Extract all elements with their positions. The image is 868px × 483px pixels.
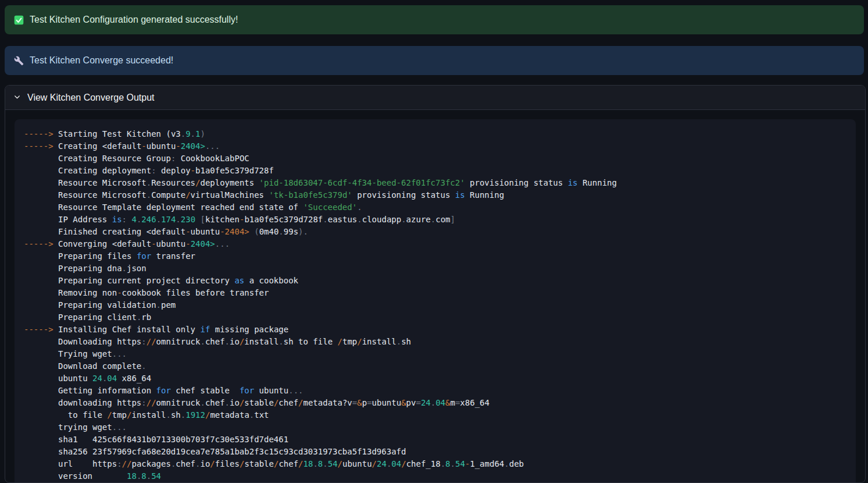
console-line: Getting information for chef stable for … — [24, 385, 846, 397]
app-root: Test Kitchen Configuration generated suc… — [0, 5, 868, 483]
console-line: Creating deployment: deploy-b1a0fe5c379d… — [24, 165, 846, 177]
console-line: Preparing validation.pem — [24, 299, 846, 311]
console-line: trying wget... — [24, 421, 846, 434]
console-line: sha1 425c66f8431b0713300b703f7c30e533fd7… — [24, 434, 846, 446]
info-alert: Test Kitchen Converge succeeded! — [5, 46, 864, 75]
console-line: version 18.8.54 — [24, 470, 846, 482]
success-alert: Test Kitchen Configuration generated suc… — [5, 5, 864, 34]
info-alert-text: Test Kitchen Converge succeeded! — [30, 55, 173, 66]
console-line: -----> Converging <default-ubuntu-2404>.… — [24, 238, 846, 250]
console-line: -----> Starting Test Kitchen (v3.9.1) — [24, 128, 846, 140]
console-line: ubuntu 24.04 x86_64 — [24, 372, 846, 385]
expander-body: -----> Starting Test Kitchen (v3.9.1)---… — [5, 110, 865, 483]
converge-output-expander: View Kitchen Converge Output -----> Star… — [5, 85, 866, 483]
console-line: Downloading https://omnitruck.chef.io/in… — [24, 336, 846, 348]
console-line: -----> Creating <default-ubuntu-2404>... — [24, 140, 846, 152]
console-line: Trying wget... — [24, 348, 846, 360]
console-line: Resource Template deployment reached end… — [24, 201, 846, 214]
console-line: Creating Resource Group: CookbookLabPOC — [24, 152, 846, 165]
console-line: Resource Microsoft.Compute/virtualMachin… — [24, 189, 846, 201]
expander-header[interactable]: View Kitchen Converge Output — [5, 86, 865, 110]
wrench-icon — [14, 56, 24, 66]
console-line: Preparing client.rb — [24, 311, 846, 324]
console-output[interactable]: -----> Starting Test Kitchen (v3.9.1)---… — [15, 119, 856, 483]
console-line: sha256 23f57969cfa68e20d19cea7e785a1bab2… — [24, 446, 846, 458]
console-line: url https://packages.chef.io/files/stabl… — [24, 458, 846, 470]
console-line: Download complete. — [24, 360, 846, 372]
console-line: -----> Installing Chef install only if m… — [24, 324, 846, 336]
console-line: downloading https://omnitruck.chef.io/st… — [24, 397, 846, 409]
check-icon — [14, 15, 24, 25]
console-code: -----> Starting Test Kitchen (v3.9.1)---… — [24, 128, 846, 482]
console-line: to file /tmp/install.sh.1912/metadata.tx… — [24, 409, 846, 421]
console-line: Preparing current project directory as a… — [24, 275, 846, 287]
console-line: Removing non-cookbook files before trans… — [24, 287, 846, 299]
console-line: Preparing files for transfer — [24, 250, 846, 262]
console-line: IP Address is: 4.246.174.230 [kitchen-b1… — [24, 214, 846, 226]
expander-label: View Kitchen Converge Output — [27, 93, 155, 103]
success-alert-text: Test Kitchen Configuration generated suc… — [30, 15, 238, 25]
console-line: Preparing dna.json — [24, 262, 846, 275]
chevron-down-icon — [13, 93, 21, 103]
console-line: Resource Microsoft.Resources/deployments… — [24, 177, 846, 189]
console-line: Finished creating <default-ubuntu-2404> … — [24, 226, 846, 238]
